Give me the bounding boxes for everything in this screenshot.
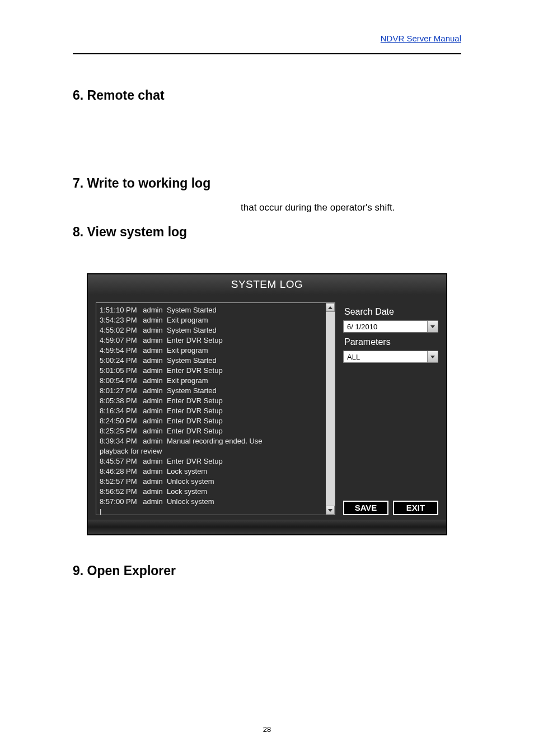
dialog-title: SYSTEM LOG	[88, 274, 446, 295]
search-date-value: 6/ 1/2010	[344, 321, 427, 332]
chevron-up-icon	[328, 306, 332, 309]
section-6-heading: 6. Remote chat	[73, 88, 461, 103]
log-scrollbar[interactable]	[326, 303, 335, 515]
section-7-heading: 7. Write to working log	[73, 176, 461, 191]
save-button[interactable]: SAVE	[343, 501, 388, 515]
parameters-label: Parameters	[344, 337, 438, 347]
header-manual-link[interactable]: NDVR Server Manual	[381, 34, 461, 43]
parameters-dropdown-button[interactable]	[427, 351, 438, 362]
system-log-dialog: SYSTEM LOG 1:51:10 PM admin System Start…	[87, 273, 447, 535]
scroll-up-button[interactable]	[326, 303, 335, 312]
log-textarea[interactable]: 1:51:10 PM admin System Started 3:54:23 …	[96, 302, 335, 515]
search-date-label: Search Date	[344, 307, 438, 317]
section-9-heading: 9. Open Explorer	[73, 563, 461, 578]
search-date-dropdown-button[interactable]	[427, 321, 438, 332]
chevron-down-icon	[430, 325, 435, 328]
chevron-down-icon	[328, 509, 332, 512]
parameters-dropdown[interactable]: ALL	[343, 351, 438, 363]
exit-button[interactable]: EXIT	[393, 501, 438, 515]
scroll-down-button[interactable]	[326, 506, 335, 515]
search-date-dropdown[interactable]: 6/ 1/2010	[343, 320, 438, 333]
parameters-value: ALL	[344, 351, 427, 362]
dialog-bottom-bar	[88, 520, 446, 534]
page-number: 28	[0, 725, 534, 734]
scroll-track[interactable]	[326, 312, 335, 506]
chevron-down-icon	[430, 356, 435, 358]
section-8-heading: 8. View system log	[73, 225, 461, 240]
section-7-body-fragment: that occur during the operator's shift.	[73, 202, 461, 213]
header-divider	[73, 53, 461, 54]
log-text-content: 1:51:10 PM admin System Started 3:54:23 …	[96, 303, 326, 515]
